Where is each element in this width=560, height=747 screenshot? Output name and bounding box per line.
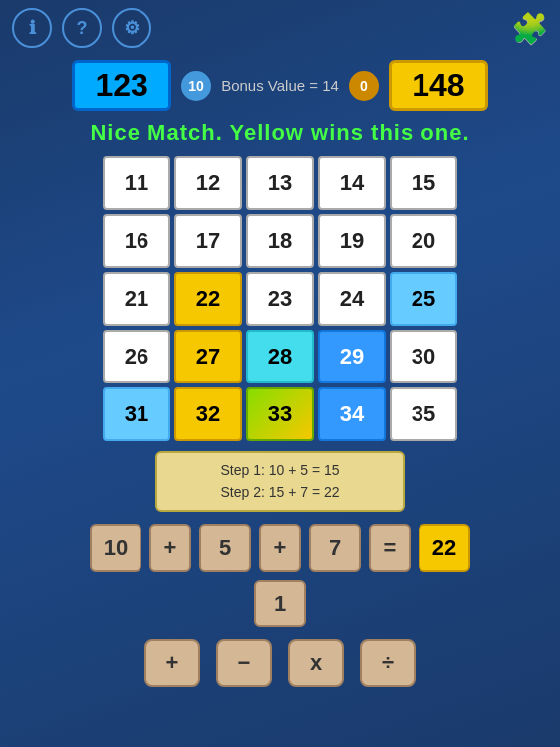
gold-badge: 0 [349,71,379,101]
eq-result: 22 [419,524,470,572]
help-button[interactable]: ? [62,8,102,48]
times-button[interactable]: x [288,639,344,687]
blue-score: 123 [72,60,171,111]
grid-cell-22[interactable]: 22 [174,272,242,326]
bonus-label: Bonus Value = 14 [221,77,339,94]
grid-cell-35[interactable]: 35 [390,387,457,441]
info-button[interactable]: ℹ [12,8,52,48]
grid-cell-19[interactable]: 19 [318,214,386,268]
eq-num3: 7 [309,524,361,572]
blue-badge: 10 [181,71,211,101]
divide-button[interactable]: ÷ [360,639,416,687]
grid-cell-30[interactable]: 30 [390,330,457,383]
step1-text: Step 1: 10 + 5 = 15 [167,459,393,481]
number-grid: 1112131415161718192021222324252627282930… [103,156,457,441]
grid-container: 1112131415161718192021222324252627282930… [0,150,560,447]
settings-button[interactable]: ⚙ [112,8,151,48]
current-input[interactable]: 1 [254,580,306,627]
grid-cell-29[interactable]: 29 [318,330,386,383]
plus-button[interactable]: + [144,639,200,687]
grid-cell-20[interactable]: 20 [390,214,457,268]
status-message: Nice Match. Yellow wins this one. [0,115,560,150]
grid-cell-28[interactable]: 28 [246,330,314,383]
eq-num1: 10 [90,524,141,572]
grid-cell-34[interactable]: 34 [318,387,386,441]
eq-num2: 5 [199,524,251,572]
minus-button[interactable]: − [216,639,272,687]
grid-cell-33[interactable]: 33 [246,387,314,441]
grid-cell-26[interactable]: 26 [103,330,170,383]
grid-cell-21[interactable]: 21 [103,272,170,326]
grid-cell-17[interactable]: 17 [174,214,242,268]
grid-cell-23[interactable]: 23 [246,272,314,326]
grid-cell-11[interactable]: 11 [103,156,170,210]
step2-text: Step 2: 15 + 7 = 22 [167,481,393,503]
top-bar: ℹ ? ⚙ 🧩 [0,0,560,56]
grid-cell-32[interactable]: 32 [174,387,242,441]
grid-cell-24[interactable]: 24 [318,272,386,326]
grid-cell-15[interactable]: 15 [390,156,457,210]
operator-row: + − x ÷ [0,631,560,695]
eq-op1: + [149,524,191,572]
grid-cell-14[interactable]: 14 [318,156,386,210]
grid-cell-12[interactable]: 12 [174,156,242,210]
eq-op2: + [259,524,301,572]
grid-cell-16[interactable]: 16 [103,214,170,268]
eq-equals: = [369,524,411,572]
grid-cell-18[interactable]: 18 [246,214,314,268]
yellow-score: 148 [389,60,488,111]
equation-row: 10 + 5 + 7 = 22 [0,516,560,576]
grid-cell-31[interactable]: 31 [103,387,170,441]
puzzle-icon[interactable]: 🧩 [511,11,548,46]
grid-cell-13[interactable]: 13 [246,156,314,210]
step-box: Step 1: 10 + 5 = 15 Step 2: 15 + 7 = 22 [155,451,405,512]
grid-cell-27[interactable]: 27 [174,330,242,383]
grid-cell-25[interactable]: 25 [390,272,457,326]
input-row: 1 [0,576,560,631]
score-row: 123 10 Bonus Value = 14 0 148 [0,56,560,115]
